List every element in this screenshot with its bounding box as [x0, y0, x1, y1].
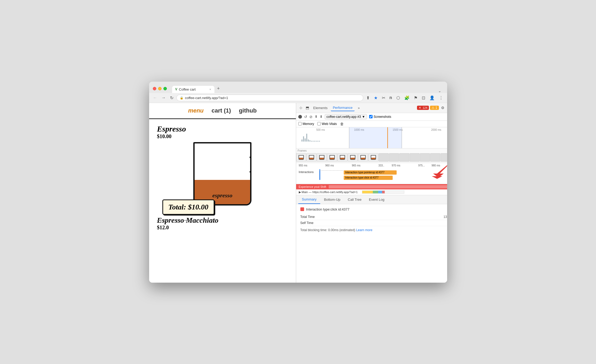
- timeline-selection[interactable]: [349, 127, 402, 148]
- main-content: menu cart (1) github Espresso $10.00 esp…: [149, 103, 447, 283]
- self-time-label: Self Time: [300, 221, 314, 225]
- frame-thumb: [368, 153, 378, 162]
- tab-more[interactable]: »: [356, 105, 362, 111]
- memory-checkbox[interactable]: Memory: [298, 122, 314, 126]
- frame-thumb: [317, 153, 327, 162]
- minimize-button[interactable]: [158, 87, 162, 90]
- url-text: coffee-cart.netlify.app/?ad=1: [185, 96, 228, 100]
- site-nav-github[interactable]: github: [239, 107, 256, 114]
- devtools-more-button[interactable]: ⋮: [447, 105, 447, 110]
- frame-thumb: [389, 153, 399, 162]
- product1-name: Espresso: [157, 124, 288, 133]
- interaction-bar-click[interactable]: Interaction type:click id:4377: [344, 176, 393, 180]
- tab-event-log[interactable]: Event Log: [365, 195, 388, 204]
- detail-mark-975: 975...: [418, 164, 432, 167]
- product2-price: $12.0: [157, 225, 288, 231]
- total-badge: Total: $10.00: [162, 199, 214, 215]
- detail-mark-960: 960 ms: [325, 164, 352, 167]
- profile-select[interactable]: coffee-cart.netlify.app #3 ▼: [325, 114, 367, 119]
- detail-mark-965: 965 ms: [352, 164, 379, 167]
- frame-thumb: [327, 153, 337, 162]
- detail-mark-955: 955 ms: [299, 164, 325, 167]
- frame-thumb: [379, 153, 389, 162]
- ruler-mark-2000: 2000 ms: [417, 128, 447, 131]
- traffic-lights: [153, 87, 167, 90]
- main-thread-label: ▶ Main — https://coffee-cart.netlify.app…: [299, 190, 358, 194]
- more-button[interactable]: ⋮: [438, 95, 444, 101]
- frame-thumb: [420, 153, 430, 162]
- main-thread-bar: ▶ Main — https://coffee-cart.netlify.app…: [296, 189, 447, 195]
- summary-interaction-title: Interaction type:click id:4377: [306, 207, 350, 211]
- frame-thumb: [430, 153, 440, 162]
- devtools-toolbar2: ↺ ⊘ ⬆ ⬇ coffee-cart.netlify.app #3 ▼ Scr…: [296, 113, 447, 121]
- bottom-tabs: Summary Bottom-Up Call Tree Event Log: [296, 195, 447, 204]
- layout-shift-bar: Experience yout Shift: [296, 184, 447, 189]
- tab-close-button[interactable]: ×: [209, 88, 211, 91]
- tab-title: Coffee cart: [179, 87, 196, 91]
- extensions-button[interactable]: ⬡: [395, 95, 401, 101]
- browser-window: V Coffee cart × + ⌄ ← → ↻ 🔒 coffee-cart.…: [149, 82, 447, 283]
- blocking-time: Total blocking time: 0.00ms (estimated) …: [300, 226, 447, 234]
- timeline-detail: 955 ms 960 ms 965 ms 333.. 970 ms 975...…: [296, 163, 447, 184]
- device-toolbar-button[interactable]: ⬒: [305, 105, 310, 110]
- site-body: Espresso $10.00 espresso Espresso Macchi…: [149, 119, 296, 236]
- detail-mark-970: 970 ms: [392, 164, 418, 167]
- tab-more-button[interactable]: ⌄: [438, 89, 443, 93]
- site-nav-cart[interactable]: cart (1): [212, 107, 231, 114]
- forward-button[interactable]: →: [160, 95, 167, 101]
- site-nav-menu[interactable]: menu: [188, 107, 204, 114]
- tab-elements[interactable]: Elements: [311, 105, 330, 111]
- address-bar[interactable]: 🔒 coffee-cart.netlify.app/?ad=1: [176, 95, 363, 101]
- reload-button[interactable]: ↻: [169, 95, 175, 101]
- dashed-line: [319, 170, 343, 171]
- devtools-settings-button[interactable]: ⚙: [440, 105, 446, 110]
- interaction-marker: [319, 169, 320, 180]
- tab-bottom-up[interactable]: Bottom-Up: [320, 195, 344, 204]
- tab-summary[interactable]: Summary: [298, 195, 320, 204]
- detail-mark-333: 333..: [378, 164, 392, 167]
- webvitals-checkbox[interactable]: Web Vitals: [317, 122, 337, 126]
- frames-strip: Frames: [296, 148, 447, 163]
- devtools-toolbar3: Memory Web Vitals 🗑: [296, 121, 447, 127]
- website-panel: menu cart (1) github Espresso $10.00 esp…: [149, 103, 296, 283]
- bookmark-button[interactable]: ★: [373, 95, 379, 101]
- frame-thumb: [441, 153, 447, 162]
- avatar-button[interactable]: 👤: [428, 95, 436, 101]
- frames-label: Frames: [298, 149, 307, 152]
- clear-button[interactable]: 🗑: [340, 122, 344, 126]
- tab-call-tree[interactable]: Call Tree: [344, 195, 365, 204]
- stop-button[interactable]: ⊘: [309, 115, 313, 119]
- cup-handle: [250, 157, 251, 172]
- frame-thumb: [296, 153, 306, 162]
- close-button[interactable]: [153, 87, 156, 90]
- product1-price: $10.00: [157, 133, 288, 139]
- browser-tab[interactable]: V Coffee cart ×: [172, 86, 214, 93]
- reload-profile-button[interactable]: ↺: [304, 115, 307, 119]
- ruler-mark-500: 500 ms: [301, 128, 340, 131]
- maximize-button[interactable]: [163, 87, 167, 90]
- new-tab-button[interactable]: +: [214, 84, 223, 93]
- download-button[interactable]: ⬇: [320, 115, 323, 119]
- screenshots-checkbox[interactable]: Screenshots: [369, 115, 391, 119]
- frame-thumb: [348, 153, 358, 162]
- notion-button[interactable]: n: [388, 95, 393, 101]
- flag-button[interactable]: ⚑: [412, 95, 419, 101]
- share-button[interactable]: ⬆: [365, 95, 371, 101]
- learn-more-link[interactable]: Learn more: [356, 228, 372, 232]
- title-bar: V Coffee cart × + ⌄: [149, 82, 447, 93]
- tabs-bar: V Coffee cart × + ⌄: [172, 84, 443, 93]
- inspect-element-button[interactable]: ⊹: [298, 105, 304, 110]
- timeline-overview[interactable]: 500 ms 1000 ms 1500 ms 2000 ms: [296, 127, 447, 148]
- back-button[interactable]: ←: [152, 95, 159, 101]
- interaction-bar-pointerup[interactable]: Interaction type:pointerup id:4377: [344, 170, 397, 175]
- split-button[interactable]: ⊡: [420, 95, 427, 101]
- scissors-button[interactable]: ✂: [380, 95, 387, 101]
- puzzle-button[interactable]: 🧩: [403, 95, 411, 101]
- frame-thumb: [399, 153, 409, 162]
- product2-name: Espresso Macchiato: [157, 216, 288, 225]
- record-button[interactable]: [298, 115, 302, 119]
- tab-performance[interactable]: Performance: [331, 105, 355, 111]
- upload-button[interactable]: ⬆: [315, 115, 318, 119]
- frame-thumb: [337, 153, 347, 162]
- cup-label: espresso: [195, 192, 250, 199]
